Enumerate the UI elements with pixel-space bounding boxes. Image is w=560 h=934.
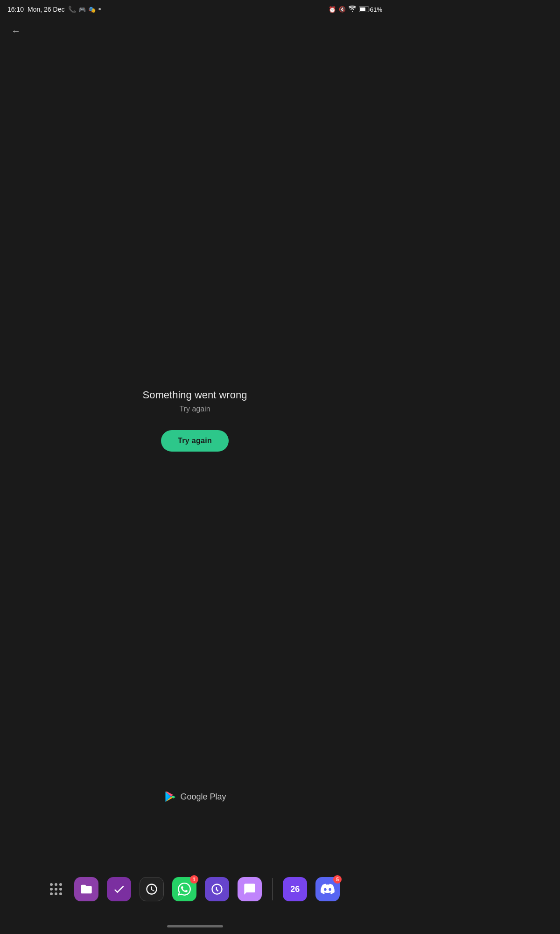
discord-app-icon[interactable]: 5	[315, 877, 340, 901]
whatsapp-app-icon[interactable]: 1	[172, 877, 196, 901]
taskbar-divider	[272, 878, 273, 900]
try-again-button[interactable]: Try again	[161, 430, 229, 452]
error-subtitle: Try again	[179, 405, 210, 413]
android-taskbar: 1 26 5	[0, 872, 390, 906]
home-indicator	[167, 925, 223, 927]
clock-app-icon[interactable]	[140, 877, 164, 901]
error-title: Something went wrong	[143, 389, 247, 401]
files-app-icon[interactable]	[74, 877, 98, 901]
chat-app-icon[interactable]	[238, 877, 262, 901]
google-play-text: Google Play	[180, 792, 226, 802]
google-play-branding: Google Play	[163, 790, 226, 803]
google-play-logo-icon	[163, 790, 176, 803]
extra-app-icon[interactable]	[205, 877, 229, 901]
app-drawer-button[interactable]	[50, 883, 62, 895]
tasker-app-icon[interactable]	[107, 877, 131, 901]
whatsapp-badge: 1	[190, 875, 198, 884]
discord-badge: 5	[333, 875, 342, 884]
calendar-app-icon[interactable]: 26	[283, 877, 307, 901]
